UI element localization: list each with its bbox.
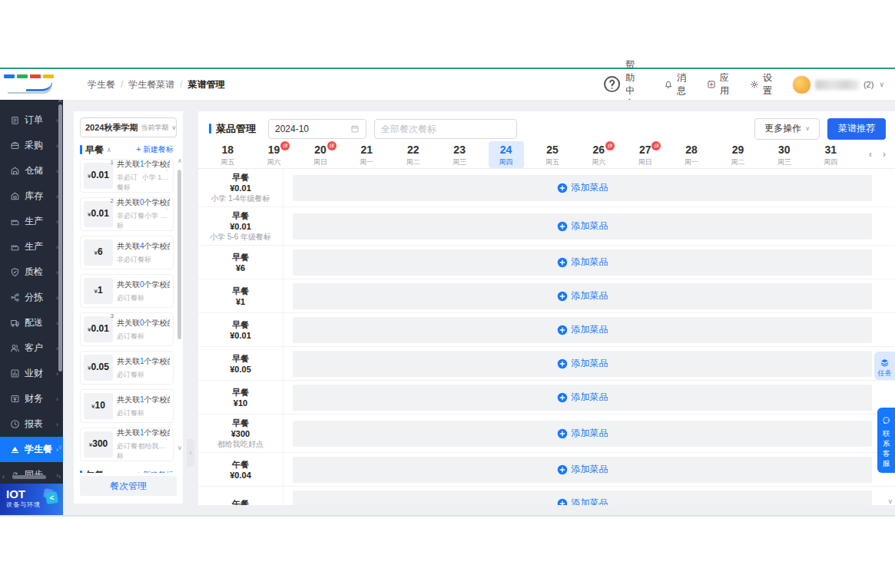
customer-service-button[interactable]: 联系客服 [877, 408, 895, 473]
meal-standard-card[interactable]: ¥0.05 共关联1个学校的1个班级 必订餐标 ⋮ [80, 351, 174, 385]
dish-slot: 添加菜品 [293, 317, 872, 343]
calendar-day-19[interactable]: 19休 周六 [250, 141, 297, 168]
sidebar-item-finance[interactable]: 财务› [0, 386, 63, 411]
add-dish-button[interactable]: 添加菜品 [557, 463, 608, 476]
avatar [792, 75, 811, 94]
month-picker[interactable]: 2024-10 [268, 119, 366, 139]
task-float-button[interactable]: 任务 [874, 352, 895, 380]
sidebar-item-purchase[interactable]: 采购› [0, 133, 63, 158]
meal-standard-card[interactable]: ¥10 共关联1个学校的15个班级 必订餐标 ⋮ [80, 389, 174, 423]
sidebar-item-customer[interactable]: 客户› [0, 335, 63, 361]
header-action-apps[interactable]: 应用 [707, 71, 729, 97]
card-tag: 必订餐标 [117, 370, 144, 380]
calendar-day-26[interactable]: 26休 周六 [575, 141, 622, 168]
meal-standard-card[interactable]: 1 ¥0.01 共关联1个学校的3个班级 非必订餐标 小学 1-4年... ⋮ [80, 159, 174, 193]
plus-circle-icon [557, 428, 568, 439]
meal-row: 早餐 ¥10 添加菜品 [198, 381, 895, 415]
sidebar-item-warehouse[interactable]: 仓储› [0, 158, 63, 183]
add-dish-button[interactable]: 添加菜品 [557, 323, 608, 336]
sidebar-items: 订单›采购›仓储›库存›生产›生产›质检›分拣›配送›客户›业财›财务›报表›学… [0, 107, 63, 487]
production-icon [10, 216, 20, 226]
new-meal-standard-link[interactable]: + 新建餐标 [136, 470, 174, 473]
add-dish-button[interactable]: 添加菜品 [557, 497, 608, 505]
meal-standard-card[interactable]: 3 ¥0.01 共关联0个学校的0个班级 必订餐标 ⋮ [80, 312, 174, 346]
panel-collapse-handle[interactable]: ‹ [187, 439, 194, 467]
panel-vertical-scrollbar[interactable]: ∧ ∨ [177, 162, 182, 445]
more-vertical-icon[interactable]: ⋮ [163, 279, 171, 287]
menu-recommend-button[interactable]: 菜谱推荐 [827, 118, 886, 140]
more-vertical-icon[interactable]: ⋮ [163, 355, 171, 364]
more-actions-button[interactable]: 更多操作∨ [754, 118, 820, 140]
sidebar-scroll-down-icon[interactable]: ∨ [58, 444, 62, 451]
production-icon [10, 242, 20, 252]
calendar-next-icon[interactable]: › [883, 149, 886, 160]
calendar-day-20[interactable]: 20休 周日 [297, 141, 343, 168]
new-meal-standard-link[interactable]: + 新建餐标 [136, 144, 174, 155]
scroll-down-icon[interactable]: ∨ [177, 444, 182, 451]
user-menu[interactable]: (2) ∨ [792, 75, 884, 94]
header-action-gear[interactable]: 设置 [750, 71, 772, 97]
sidebar-item-student-meal[interactable]: 学生餐› [0, 437, 63, 462]
calendar-day-22[interactable]: 22 周二 [390, 141, 436, 168]
calendar-prev-icon[interactable]: ‹ [869, 149, 872, 160]
sidebar-item-business-finance[interactable]: 业财› [0, 361, 63, 386]
more-vertical-icon[interactable]: ⋮ [163, 317, 171, 325]
meal-standard-card[interactable]: ¥300 共关联1个学校的2个班级 必订餐标 都给我吃好点 ⋮ [80, 428, 174, 461]
breadcrumb-item[interactable]: 菜谱管理 [188, 78, 225, 91]
calendar-day-23[interactable]: 23 周三 [436, 141, 482, 168]
iot-banner[interactable]: IOT 设备与环境 < [0, 484, 63, 515]
meal-filter-input[interactable] [374, 119, 517, 139]
meal-row-label: 早餐 ¥0.01 小学 1-4年级餐标 [198, 169, 283, 206]
scroll-up-icon[interactable]: ∧ [177, 157, 182, 164]
scroll-left-icon[interactable]: ‹ [2, 473, 5, 481]
sidebar-item-report[interactable]: 报表› [0, 411, 63, 437]
sidebar-item-quality[interactable]: 质检› [0, 259, 63, 285]
dish-slot: 添加菜品 [293, 283, 872, 309]
semester-select[interactable]: 2024秋季学期 当前学期 ∨ [80, 117, 177, 137]
sidebar-item-production-2[interactable]: 生产› [0, 234, 63, 259]
more-vertical-icon[interactable]: ⋮ [163, 394, 171, 402]
more-vertical-icon[interactable]: ⋮ [163, 432, 171, 441]
add-dish-button[interactable]: 添加菜品 [557, 357, 608, 370]
calendar-day-29[interactable]: 29 周二 [714, 141, 761, 168]
sidebar-item-sorting[interactable]: 分拣› [0, 285, 63, 310]
calendar-day-31[interactable]: 31 周四 [807, 141, 854, 168]
sidebar-item-inventory[interactable]: 库存› [0, 183, 63, 209]
add-dish-button[interactable]: 添加菜品 [557, 181, 608, 194]
add-dish-button[interactable]: 添加菜品 [557, 391, 608, 404]
meal-standard-card[interactable]: 2 ¥0.01 共关联0个学校的0个班级 非必订餐标 小学 5-6... ⋮ [80, 197, 174, 231]
calendar-day-28[interactable]: 28 周一 [668, 141, 714, 168]
calendar-day-18[interactable]: 18 周五 [204, 141, 250, 168]
scroll-right-icon[interactable]: › [58, 473, 61, 481]
add-dish-button[interactable]: 添加菜品 [557, 220, 608, 233]
meal-session-manage-button[interactable]: 餐次管理 [80, 476, 177, 496]
sidebar-horizontal-scrollbar[interactable]: ‹ › [0, 473, 63, 482]
main-scroll-down-icon[interactable]: ∨ [887, 497, 893, 505]
caret-up-icon[interactable]: ∧ [107, 147, 111, 154]
meal-standard-list: 早餐 ∧ + 新建餐标 1 ¥0.01 共关联1个学校的3个班级 非必订餐标 小… [74, 140, 183, 473]
breadcrumb-item[interactable]: 学生餐 [88, 78, 115, 91]
sidebar-item-production[interactable]: 生产› [0, 209, 63, 234]
caret-up-icon[interactable]: ∧ [107, 472, 111, 474]
add-dish-button[interactable]: 添加菜品 [557, 256, 608, 269]
calendar-day-24[interactable]: 24 周四 [482, 141, 529, 168]
meal-standard-card[interactable]: ¥1 共关联0个学校的0个班级 必订餐标 ⋮ [80, 274, 174, 308]
header-action-bell[interactable]: 消息 [664, 71, 686, 97]
sidebar-item-order[interactable]: 订单› [0, 107, 63, 133]
warehouse-icon [10, 166, 20, 176]
plus-circle-icon [557, 464, 568, 475]
more-vertical-icon[interactable]: ⋮ [163, 202, 171, 210]
calendar-day-21[interactable]: 21 周一 [343, 141, 389, 168]
breadcrumb-item[interactable]: 学生餐菜谱 [128, 78, 174, 91]
add-dish-button[interactable]: 添加菜品 [557, 289, 608, 302]
calendar-day-25[interactable]: 25 周五 [529, 141, 575, 168]
more-vertical-icon[interactable]: ⋮ [163, 164, 171, 172]
sidebar-item-delivery[interactable]: 配送› [0, 310, 63, 335]
calendar-day-30[interactable]: 30 周三 [761, 141, 807, 168]
meal-standard-card[interactable]: ¥6 共关联4个学校的4个班级 非必订餐标 ⋮ [80, 236, 174, 269]
sidebar-scroll-up-icon[interactable]: ∧ [58, 100, 62, 104]
add-dish-button[interactable]: 添加菜品 [557, 427, 608, 440]
more-vertical-icon[interactable]: ⋮ [163, 240, 171, 249]
calendar-day-27[interactable]: 27休 周日 [622, 141, 668, 168]
sidebar-vertical-scrollbar[interactable] [58, 104, 62, 372]
